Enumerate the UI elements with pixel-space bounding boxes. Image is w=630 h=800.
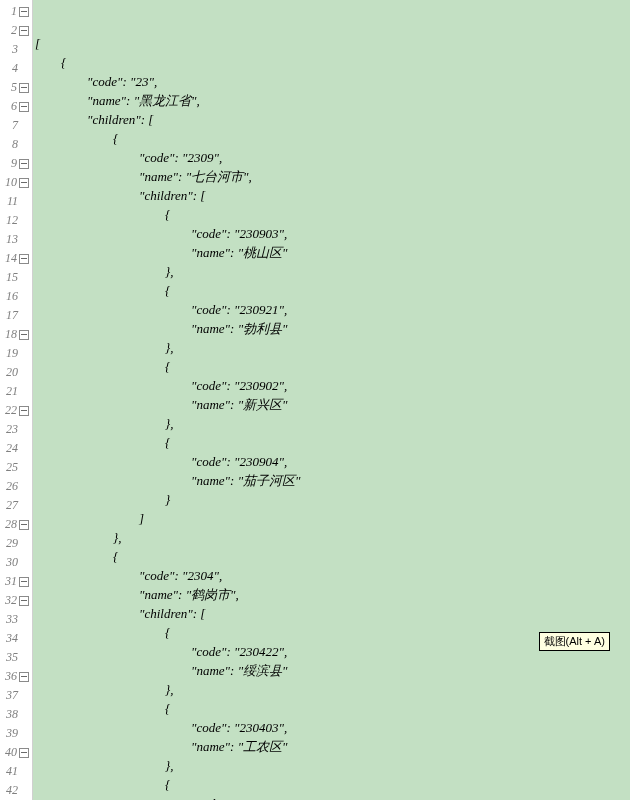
gutter-line: 20 xyxy=(0,363,32,382)
line-number: 25 xyxy=(2,458,18,477)
gutter-line: 41 xyxy=(0,762,32,781)
line-number-gutter: 1234567891011121314151617181920212223242… xyxy=(0,0,33,800)
fold-toggle-icon[interactable] xyxy=(19,254,29,264)
line-number: 41 xyxy=(2,762,18,781)
code-line[interactable]: }, xyxy=(35,338,630,357)
code-line[interactable]: { xyxy=(35,775,630,794)
code-line[interactable]: }, xyxy=(35,414,630,433)
gutter-line: 4 xyxy=(0,59,32,78)
gutter-line: 34 xyxy=(0,629,32,648)
code-line[interactable]: "name": "黑龙江省", xyxy=(35,91,630,110)
code-line[interactable]: { xyxy=(35,699,630,718)
gutter-line: 18 xyxy=(0,325,32,344)
code-line[interactable]: { xyxy=(35,281,630,300)
code-line[interactable]: [ xyxy=(35,34,630,53)
code-line[interactable]: }, xyxy=(35,680,630,699)
line-number: 1 xyxy=(1,2,17,21)
code-line[interactable]: }, xyxy=(35,756,630,775)
gutter-line: 11 xyxy=(0,192,32,211)
code-line[interactable]: "code": "2309", xyxy=(35,148,630,167)
gutter-line: 29 xyxy=(0,534,32,553)
code-line[interactable]: "name": "七台河市", xyxy=(35,167,630,186)
fold-toggle-icon[interactable] xyxy=(19,748,29,758)
code-area[interactable]: [ { "code": "23", "name": "黑龙江省", "child… xyxy=(33,0,630,800)
code-line[interactable]: "name": "新兴区" xyxy=(35,395,630,414)
fold-toggle-icon[interactable] xyxy=(19,178,29,188)
fold-toggle-icon[interactable] xyxy=(19,672,29,682)
code-line[interactable]: { xyxy=(35,433,630,452)
line-number: 3 xyxy=(2,40,18,59)
gutter-line: 21 xyxy=(0,382,32,401)
code-line[interactable]: "name": "工农区" xyxy=(35,737,630,756)
code-line[interactable]: }, xyxy=(35,262,630,281)
line-number: 6 xyxy=(1,97,17,116)
code-line[interactable]: "code": "230407", xyxy=(35,794,630,800)
gutter-line: 17 xyxy=(0,306,32,325)
code-line[interactable]: "children": [ xyxy=(35,604,630,623)
fold-toggle-icon[interactable] xyxy=(19,406,29,416)
code-editor: 1234567891011121314151617181920212223242… xyxy=(0,0,630,800)
fold-toggle-icon[interactable] xyxy=(19,26,29,36)
gutter-line: 10 xyxy=(0,173,32,192)
code-line[interactable]: { xyxy=(35,205,630,224)
line-number: 23 xyxy=(2,420,18,439)
line-number: 29 xyxy=(2,534,18,553)
code-line[interactable]: "name": "桃山区" xyxy=(35,243,630,262)
code-line[interactable]: "code": "2304", xyxy=(35,566,630,585)
line-number: 7 xyxy=(2,116,18,135)
fold-toggle-icon[interactable] xyxy=(19,7,29,17)
fold-toggle-icon[interactable] xyxy=(19,520,29,530)
code-line[interactable]: "name": "绥滨县" xyxy=(35,661,630,680)
line-number: 27 xyxy=(2,496,18,515)
gutter-line: 28 xyxy=(0,515,32,534)
line-number: 35 xyxy=(2,648,18,667)
gutter-line: 37 xyxy=(0,686,32,705)
code-line[interactable]: "name": "茄子河区" xyxy=(35,471,630,490)
gutter-line: 42 xyxy=(0,781,32,800)
fold-toggle-icon[interactable] xyxy=(19,577,29,587)
line-number: 38 xyxy=(2,705,18,724)
code-line[interactable]: "code": "230902", xyxy=(35,376,630,395)
line-number: 4 xyxy=(2,59,18,78)
gutter-line: 32 xyxy=(0,591,32,610)
gutter-line: 30 xyxy=(0,553,32,572)
code-line[interactable]: "code": "230904", xyxy=(35,452,630,471)
code-line[interactable]: { xyxy=(35,53,630,72)
fold-toggle-icon[interactable] xyxy=(19,330,29,340)
line-number: 22 xyxy=(1,401,17,420)
gutter-line: 22 xyxy=(0,401,32,420)
fold-toggle-icon[interactable] xyxy=(19,83,29,93)
fold-toggle-icon[interactable] xyxy=(19,159,29,169)
code-line[interactable]: { xyxy=(35,547,630,566)
code-line[interactable]: "name": "鹤岗市", xyxy=(35,585,630,604)
code-line[interactable]: "children": [ xyxy=(35,186,630,205)
line-number: 18 xyxy=(1,325,17,344)
code-line[interactable]: "name": "勃利县" xyxy=(35,319,630,338)
code-line[interactable]: "code": "23", xyxy=(35,72,630,91)
code-line[interactable]: "children": [ xyxy=(35,110,630,129)
code-line[interactable]: "code": "230921", xyxy=(35,300,630,319)
line-number: 30 xyxy=(2,553,18,572)
gutter-line: 39 xyxy=(0,724,32,743)
code-line[interactable]: ] xyxy=(35,509,630,528)
fold-toggle-icon[interactable] xyxy=(19,102,29,112)
gutter-line: 27 xyxy=(0,496,32,515)
code-line[interactable]: }, xyxy=(35,528,630,547)
fold-toggle-icon[interactable] xyxy=(19,596,29,606)
gutter-line: 26 xyxy=(0,477,32,496)
gutter-line: 24 xyxy=(0,439,32,458)
code-line[interactable]: "code": "230403", xyxy=(35,718,630,737)
line-number: 37 xyxy=(2,686,18,705)
line-number: 33 xyxy=(2,610,18,629)
gutter-line: 36 xyxy=(0,667,32,686)
gutter-line: 1 xyxy=(0,2,32,21)
line-number: 21 xyxy=(2,382,18,401)
line-number: 42 xyxy=(2,781,18,800)
gutter-line: 12 xyxy=(0,211,32,230)
code-line[interactable]: { xyxy=(35,129,630,148)
code-line[interactable]: "code": "230903", xyxy=(35,224,630,243)
gutter-line: 3 xyxy=(0,40,32,59)
code-line[interactable]: } xyxy=(35,490,630,509)
code-line[interactable]: { xyxy=(35,357,630,376)
line-number: 26 xyxy=(2,477,18,496)
